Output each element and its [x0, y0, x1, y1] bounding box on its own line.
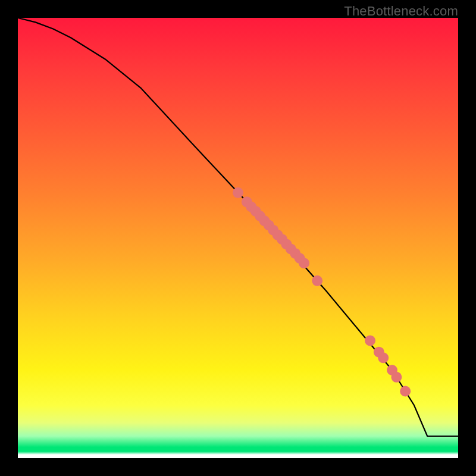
- chart-frame: TheBottleneck.com: [0, 0, 476, 476]
- data-point: [312, 275, 322, 286]
- data-points-group: [233, 187, 411, 397]
- data-point: [391, 372, 402, 383]
- curve-layer: [18, 18, 458, 458]
- data-point: [299, 258, 309, 268]
- data-point: [400, 386, 411, 397]
- data-point: [365, 335, 375, 346]
- data-point: [378, 352, 389, 363]
- data-point: [233, 187, 243, 198]
- plot-area: [18, 18, 458, 458]
- watermark-text: TheBottleneck.com: [344, 4, 458, 19]
